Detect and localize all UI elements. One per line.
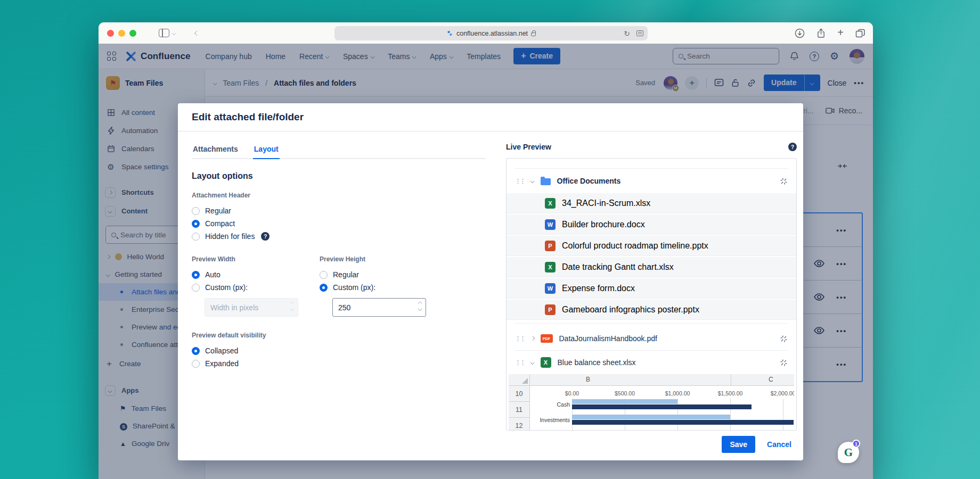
confluence-app: Confluence Company hubHomeRecentSpacesTe… bbox=[99, 44, 873, 479]
cancel-button[interactable]: Cancel bbox=[767, 440, 791, 449]
downloads-icon[interactable] bbox=[795, 28, 805, 38]
chart-bar-cash-dark-navy bbox=[572, 404, 752, 409]
page-settings-icon[interactable] bbox=[636, 30, 643, 36]
radio-icon bbox=[192, 233, 200, 241]
radio-label: Expanded bbox=[205, 359, 239, 368]
chevron-left-icon bbox=[194, 30, 199, 36]
address-bar[interactable]: confluence.atlassian.net ↻ bbox=[334, 26, 648, 40]
attachment-header-radios: RegularCompactHidden for files? bbox=[192, 204, 486, 243]
radio-icon bbox=[192, 207, 200, 215]
radio-label: Custom (px): bbox=[205, 283, 248, 292]
radio-compact[interactable]: Compact bbox=[192, 217, 486, 230]
drag-handle-icon[interactable]: ⋮⋮ bbox=[515, 336, 525, 342]
radio-custom-px[interactable]: Custom (px): bbox=[192, 281, 320, 294]
unlink-icon[interactable] bbox=[780, 335, 788, 343]
url-text: confluence.atlassian.net bbox=[456, 30, 528, 37]
chart-category-label: Cash bbox=[557, 401, 570, 408]
tab-layout[interactable]: Layout bbox=[253, 142, 280, 159]
radio-expanded[interactable]: Expanded bbox=[192, 357, 486, 370]
row-number[interactable]: 10 bbox=[509, 386, 530, 402]
height-input[interactable] bbox=[332, 298, 426, 317]
layout-form: Layout options Attachment Header Regular… bbox=[192, 171, 486, 370]
folder-name: Office Documents bbox=[557, 177, 621, 185]
chevron-right-icon[interactable] bbox=[530, 336, 535, 341]
file-row-date-tracking-gantt-chart-xlsx[interactable]: XDate tracking Gantt chart.xlsx bbox=[507, 257, 796, 277]
modal-tabs: AttachmentsLayout bbox=[192, 142, 486, 159]
stepper-icon[interactable] bbox=[419, 302, 422, 310]
radio-label: Compact bbox=[205, 219, 235, 228]
modal-title: Edit attached file/folder bbox=[192, 111, 304, 123]
radio-collapsed[interactable]: Collapsed bbox=[192, 344, 486, 357]
folder-row[interactable]: ⋮⋮ Office Documents bbox=[507, 169, 796, 193]
row-number[interactable]: 12 bbox=[509, 418, 530, 431]
unlink-icon[interactable] bbox=[780, 359, 788, 367]
drag-handle-icon[interactable]: ⋮⋮ bbox=[515, 360, 525, 366]
chevron-down-icon[interactable] bbox=[530, 179, 535, 183]
file-name: 34_RACI-in-Scrum.xlsx bbox=[562, 199, 650, 208]
chart-gridline bbox=[730, 399, 731, 431]
radio-hidden-for-files[interactable]: Hidden for files? bbox=[192, 230, 486, 243]
help-icon[interactable]: ? bbox=[788, 143, 797, 151]
sheet-file-name: Blue balance sheet.xlsx bbox=[558, 358, 636, 367]
minimize-window-button[interactable] bbox=[118, 30, 125, 37]
chart-axis-label: $1,000.00 bbox=[665, 390, 690, 397]
radio-icon bbox=[192, 220, 200, 228]
tab-overview-icon[interactable] bbox=[855, 29, 865, 38]
pdf-file-name: DataJournalismHandbook.pdf bbox=[559, 334, 657, 343]
chart-bar-investments-dark-navy bbox=[572, 420, 794, 425]
spreadsheet-preview: 101112 B C $0.00$500.00$1,000.00$1,500.0… bbox=[509, 374, 794, 431]
pdf-row[interactable]: ⋮⋮ PDF DataJournalismHandbook.pdf bbox=[507, 327, 796, 350]
close-window-button[interactable] bbox=[107, 30, 114, 37]
select-all-cell[interactable] bbox=[509, 374, 530, 386]
file-name: Date tracking Gantt chart.xlsx bbox=[562, 262, 674, 272]
file-name: Gameboard infographics poster.pptx bbox=[562, 305, 699, 315]
new-tab-icon[interactable]: + bbox=[837, 27, 844, 38]
drag-handle-icon[interactable]: ⋮⋮ bbox=[515, 178, 525, 184]
reload-icon[interactable]: ↻ bbox=[624, 29, 630, 38]
chevron-down-icon[interactable] bbox=[530, 360, 535, 365]
radio-icon bbox=[192, 284, 200, 292]
radio-regular[interactable]: Regular bbox=[320, 268, 447, 281]
browser-actions: + bbox=[795, 22, 865, 44]
file-row-colorful-product-roadmap-timeline-pptx[interactable]: PColorful product roadmap timeline.pptx bbox=[507, 236, 796, 256]
grammarly-icon: G bbox=[844, 446, 853, 459]
row-number[interactable]: 11 bbox=[509, 402, 530, 418]
window-controls bbox=[107, 30, 136, 37]
share-icon[interactable] bbox=[816, 28, 826, 38]
sidebar-toggle-button[interactable] bbox=[159, 29, 176, 37]
width-input[interactable] bbox=[205, 298, 298, 317]
embedded-bar-chart: $0.00$500.00$1,000.00$1,500.00$2,000.00C… bbox=[530, 386, 794, 431]
modal-footer: Save Cancel bbox=[722, 436, 791, 453]
unlink-icon[interactable] bbox=[780, 177, 788, 185]
folder-icon bbox=[541, 178, 551, 185]
stepper-icon[interactable] bbox=[291, 302, 294, 310]
help-icon[interactable]: ? bbox=[261, 232, 270, 241]
browser-sidebar-icon bbox=[159, 29, 169, 37]
column-header-c[interactable]: C bbox=[769, 376, 773, 383]
column-header-b[interactable]: B bbox=[586, 376, 590, 383]
radio-auto[interactable]: Auto bbox=[192, 268, 320, 281]
attachment-header-label: Attachment Header bbox=[192, 192, 486, 199]
file-row-expense-form-docx[interactable]: WExpense form.docx bbox=[507, 278, 796, 299]
pptx-file-icon: P bbox=[545, 304, 556, 315]
radio-custom-px[interactable]: Custom (px): bbox=[320, 281, 447, 294]
radio-regular[interactable]: Regular bbox=[192, 204, 486, 217]
save-button[interactable]: Save bbox=[722, 436, 755, 453]
grammarly-widget[interactable]: G 1 bbox=[838, 442, 859, 463]
preview-width-label: Preview Width bbox=[192, 255, 320, 263]
file-row-builder-brochure-docx[interactable]: WBuilder brochure.docx bbox=[507, 214, 796, 235]
radio-label: Regular bbox=[333, 270, 359, 279]
tab-attachments[interactable]: Attachments bbox=[192, 142, 239, 159]
preview-file-list: X34_RACI-in-Scrum.xlsxWBuilder brochure.… bbox=[507, 193, 796, 320]
pdf-file-icon: PDF bbox=[541, 334, 553, 343]
row-number-gutter: 101112 bbox=[509, 374, 530, 431]
file-name: Expense form.docx bbox=[562, 284, 635, 293]
preview-height-radios: RegularCustom (px): bbox=[320, 268, 447, 294]
file-row-34-raci-in-scrum-xlsx[interactable]: X34_RACI-in-Scrum.xlsx bbox=[507, 193, 796, 213]
sheet-row[interactable]: ⋮⋮ X Blue balance sheet.xlsx bbox=[507, 351, 796, 374]
back-button[interactable] bbox=[195, 31, 199, 35]
zoom-window-button[interactable] bbox=[129, 30, 136, 37]
docx-file-icon: W bbox=[545, 219, 556, 230]
file-row-gameboard-infographics-poster-pptx[interactable]: PGameboard infographics poster.pptx bbox=[507, 300, 796, 320]
chart-bar-cash-light-blue bbox=[572, 399, 677, 404]
